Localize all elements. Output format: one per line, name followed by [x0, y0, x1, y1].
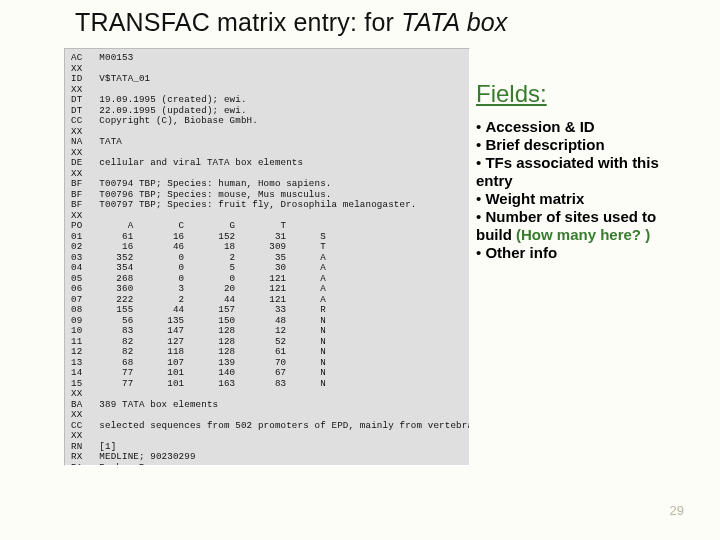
page-number: 29	[670, 503, 684, 518]
transfac-entry-text: AC M00153 XX ID V$TATA_01 XX DT 19.09.19…	[71, 53, 463, 466]
fields-heading: Fields:	[476, 80, 547, 108]
title-plain: TRANSFAC matrix entry: for	[75, 8, 401, 36]
title-italic: TATA box	[401, 8, 507, 36]
slide: TRANSFAC matrix entry: for TATA box AC M…	[0, 0, 720, 540]
fields-item-accession: • Accession & ID	[476, 118, 696, 136]
fields-list: • Accession & ID • Brief description • T…	[476, 118, 696, 262]
fields-item-num-sites: • Number of sites used to build (How man…	[476, 208, 696, 244]
slide-title: TRANSFAC matrix entry: for TATA box	[75, 8, 508, 37]
transfac-entry-box: AC M00153 XX ID V$TATA_01 XX DT 19.09.19…	[64, 48, 470, 466]
fields-item-emphasis: (How many here? )	[516, 226, 650, 243]
fields-item-tfs: • TFs associated with this entry	[476, 154, 696, 190]
fields-item-weight-matrix: • Weight matrix	[476, 190, 696, 208]
fields-item-description: • Brief description	[476, 136, 696, 154]
fields-item-other: • Other info	[476, 244, 696, 262]
